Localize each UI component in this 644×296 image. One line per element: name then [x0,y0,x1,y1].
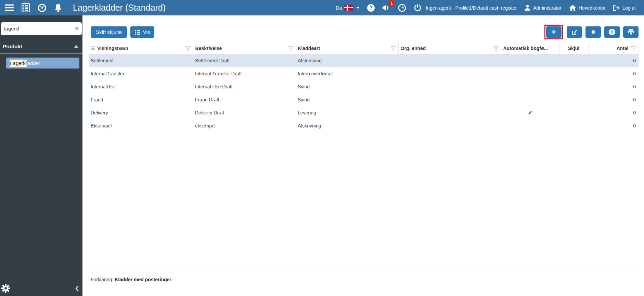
table-header-row: VisningsnavnBeskrivelseKladdeartOrg. enh… [89,43,639,54]
cell: eksempel [193,119,296,132]
cell [501,80,559,93]
cell [559,119,588,132]
logout-button[interactable]: Log af [613,5,636,11]
cell [559,106,588,119]
hamburger-menu-icon[interactable] [5,4,14,11]
cell: Internal Transfer Draft [193,67,296,80]
cell [559,67,588,80]
cell [501,119,559,132]
bell-icon[interactable] [54,3,62,12]
cell: Svind [296,80,398,93]
column-header-5[interactable]: Skjul [559,43,588,54]
table-row[interactable]: EksempeleksempelAfskrivning0 [89,119,639,132]
column-header-2[interactable]: Kladdeart [296,43,398,54]
user-menu[interactable]: Administrator [524,4,561,11]
chevron-down-icon [356,7,360,9]
cell: 0 [588,67,639,80]
toggle-hidden-button[interactable]: Skift skjulte [91,26,127,38]
cell: InternalUse [89,80,193,93]
cell: Fraud [89,93,193,106]
user-name: Administrator [533,5,561,11]
search-match-highlight: Lagerkl [10,60,27,67]
cell: Fraud Draft [193,93,296,106]
cell [398,106,501,119]
table-row[interactable]: SettlementSettlement DraftAfstemning0 [89,54,639,67]
document-list-icon[interactable] [22,3,30,12]
sidebar-section-produkt[interactable]: Produkt [3,44,78,49]
footer-note: Forklaring: Kladder med posteringer [91,277,171,282]
notification-badge: 1 [388,0,395,7]
location-menu[interactable]: Hovedkontor [569,4,606,11]
table-row[interactable]: InternalUseInternal Use DraftSvind0 [89,80,639,93]
add-button[interactable]: + [546,26,562,38]
sidebar-divider [0,53,82,54]
data-table: VisningsnavnBeskrivelseKladdeartOrg. enh… [89,43,639,132]
cell [398,119,501,132]
cell [398,67,501,80]
edit-button[interactable] [567,26,582,38]
history-clock-icon[interactable] [398,4,406,12]
column-label: Visningsnavn [97,46,128,51]
cell: 0 [588,93,639,106]
logout-label: Log af [622,5,636,11]
column-label: Kladdeart [298,46,320,51]
sound-icon[interactable]: 1 [382,4,390,12]
cell [398,80,501,93]
person-icon [524,4,531,11]
sidebar-item-lagerkladder[interactable]: Lagerkladder [6,58,79,69]
cell: 0 [588,80,639,93]
checkmark-cell: ✔ [501,106,559,119]
main-content: Skift skjulte Vis + ✖ ? [82,15,644,296]
settings-gear-icon[interactable] [1,284,10,294]
table-row[interactable]: DeliveryDelivery DraftLevering✔0 [89,106,639,119]
cell: Settlement [89,54,193,67]
column-header-0[interactable]: Visningsnavn [89,43,193,54]
help-icon[interactable]: ? [367,4,375,12]
column-header-4[interactable]: Automatisk bogfø... [501,43,559,54]
dashboard-speedometer-icon[interactable] [38,3,47,12]
filter-icon[interactable] [390,46,396,51]
filter-icon[interactable] [631,46,636,51]
cell: Delivery Draft [193,106,296,119]
search-input[interactable] [1,22,82,35]
action-buttons: + ✖ ? [544,25,639,39]
filter-icon[interactable] [493,46,499,51]
column-header-1[interactable]: Beskrivelse [193,43,296,54]
view-button[interactable]: Vis [130,26,155,38]
print-button[interactable] [623,26,639,38]
item-rest: adder [27,60,40,66]
chevron-up-icon [74,45,78,48]
cell [398,54,501,67]
column-header-6[interactable]: Antal [588,43,639,54]
cell: Levering [296,106,398,119]
table-row[interactable]: InternalTransferInternal Transfer DraftI… [89,67,639,80]
table-row[interactable]: FraudFraud DraftSvind0 [89,93,639,106]
cell: Intern overførsel [296,67,398,80]
delete-button[interactable]: ✖ [585,26,601,38]
cell [559,93,588,106]
language-selector[interactable]: Da [336,5,360,11]
home-icon [569,4,576,11]
filter-icon[interactable] [288,46,294,51]
cell: 0 [588,106,639,119]
cell: 0 [588,119,639,132]
cell: InternalTransfer [89,67,193,80]
footer-divider [89,271,639,271]
cell [501,93,559,106]
sidebar-collapse-icon[interactable] [75,285,79,293]
cell: Afstemning [296,54,398,67]
annotation-highlight: + [544,25,563,39]
location-name: Hovedkontor [579,5,606,11]
column-label: Skjul [568,46,579,51]
toolbar: Skift skjulte Vis + ✖ ? [91,25,639,39]
checkmark-icon: ✔ [528,110,532,115]
help-button[interactable]: ? [604,26,620,38]
filter-icon[interactable] [185,46,191,51]
sidebar-search: ✖ [1,22,82,35]
power-icon[interactable] [414,4,422,12]
clear-search-icon[interactable]: ✖ [75,26,79,31]
section-label: Produkt [3,44,22,49]
column-header-3[interactable]: Org. enhed [398,43,501,54]
column-label: Org. enhed [401,46,426,51]
cell: Afskrivning [296,119,398,132]
